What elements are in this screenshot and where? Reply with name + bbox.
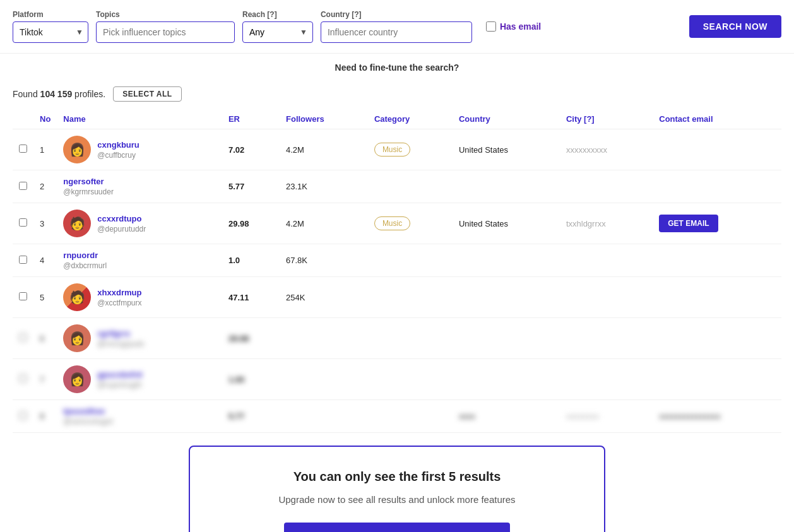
upgrade-title: You can only see the first 5 results bbox=[209, 470, 585, 484]
avatar: 🧑 bbox=[63, 283, 91, 311]
er-value: 47.11 bbox=[228, 293, 249, 302]
influencer-handle: @xemcxrtugrd bbox=[63, 417, 112, 426]
category-cell bbox=[368, 244, 453, 277]
email-cell bbox=[653, 129, 781, 170]
table-row: 7 👩 gpucxbxfrd @rupxrtrugth 1.00 bbox=[13, 359, 781, 400]
reach-label: Reach [?] bbox=[242, 10, 313, 19]
influencer-handle: @rupxrtrugth bbox=[97, 381, 142, 389]
name-text-group: rnpuordr @dxbcrrmurl bbox=[63, 251, 107, 270]
table-row: 8 tpuuxdhxe @xemcxrtugrd 5.77 xxxx xxxxx… bbox=[13, 400, 781, 433]
er-value: 1.0 bbox=[228, 256, 240, 265]
name-text-group: rgrtfgrrx @rmcxgrpudc bbox=[97, 329, 145, 348]
influencer-handle: @rmcxgrpudc bbox=[97, 340, 145, 348]
row-checkbox[interactable] bbox=[19, 218, 27, 227]
er-cell: 5.77 bbox=[222, 170, 280, 203]
email-cell bbox=[653, 277, 781, 318]
influencer-name: gpucxbxfrd bbox=[97, 370, 142, 379]
get-email-button[interactable]: GET EMAIL bbox=[659, 215, 718, 232]
table-row: 5 🧑 xhxxdrmup @xcctfmpurx 47.11 254K bbox=[13, 277, 781, 318]
row-checkbox[interactable] bbox=[19, 374, 27, 382]
city-cell bbox=[560, 318, 653, 359]
row-number: 4 bbox=[33, 244, 57, 277]
name-text-group: gpucxbxfrd @rupxrtrugth bbox=[97, 370, 142, 389]
category-cell bbox=[368, 277, 453, 318]
country-cell bbox=[453, 170, 560, 203]
er-cell: 7.02 bbox=[222, 129, 280, 170]
country-input[interactable] bbox=[321, 21, 472, 43]
name-group: tpuuxdhxe @xemcxrtugrd bbox=[63, 406, 216, 426]
row-checkbox-cell bbox=[13, 359, 33, 400]
followers-value: 4.2M bbox=[286, 219, 304, 228]
influencer-name: cxngkburu bbox=[97, 140, 139, 150]
fine-tune-bar: Need to fine-tune the search? bbox=[0, 54, 794, 81]
reach-select-arrow: ▼ bbox=[300, 28, 307, 37]
avatar: 👩 bbox=[63, 365, 91, 393]
row-number: 8 bbox=[33, 400, 57, 433]
col-no: No bbox=[33, 109, 57, 129]
category-cell bbox=[368, 359, 453, 400]
upgrade-overlay-container: You can only see the first 5 results Upg… bbox=[13, 433, 781, 532]
name-group: 🧑 ccxxrdtupo @depurutuddr bbox=[63, 210, 216, 237]
row-checkbox[interactable] bbox=[19, 333, 27, 341]
followers-cell: 23.1K bbox=[280, 170, 368, 203]
name-text-group: ccxxrdtupo @depurutuddr bbox=[97, 214, 146, 233]
country-cell: United States bbox=[453, 203, 560, 244]
er-cell: 47.11 bbox=[222, 277, 280, 318]
select-all-button[interactable]: SELECT ALL bbox=[113, 86, 182, 102]
reach-select[interactable]: Any bbox=[243, 22, 300, 42]
row-checkbox[interactable] bbox=[19, 145, 27, 153]
followers-cell bbox=[280, 318, 368, 359]
table-body: 1 👩 cxngkburu @cuffbcruy 7.02 4.2M Music… bbox=[13, 129, 781, 433]
col-city: City [?] bbox=[560, 109, 653, 129]
email-value: xxxxxxxxxxxxxxx bbox=[659, 411, 721, 421]
er-value: 29.98 bbox=[228, 219, 249, 228]
row-number: 1 bbox=[33, 129, 57, 170]
platform-label: Platform bbox=[13, 10, 88, 19]
row-checkbox[interactable] bbox=[19, 292, 27, 300]
row-number: 7 bbox=[33, 359, 57, 400]
name-group: 🧑 xhxxdrmup @xcctfmpurx bbox=[63, 283, 216, 311]
row-checkbox[interactable] bbox=[19, 256, 27, 264]
found-prefix: Found bbox=[13, 89, 40, 99]
country-cell bbox=[453, 359, 560, 400]
results-text: Found 104 159 profiles. bbox=[13, 89, 105, 99]
search-now-button[interactable]: SEARCH NOW bbox=[689, 15, 781, 38]
country-cell bbox=[453, 244, 560, 277]
upgrade-button[interactable]: UPGRADE NOW TO SEE ALL RESULTS bbox=[284, 523, 510, 532]
followers-cell bbox=[280, 359, 368, 400]
influencer-handle: @dxbcrrmurl bbox=[63, 261, 107, 270]
followers-cell: 4.2M bbox=[280, 129, 368, 170]
influencer-name: rnpuordr bbox=[63, 251, 107, 260]
col-contact: Contact email bbox=[653, 109, 781, 129]
avatar: 👩 bbox=[63, 324, 91, 352]
city-value: xxxxxxxx bbox=[566, 411, 599, 421]
name-cell: tpuuxdhxe @xemcxrtugrd bbox=[57, 400, 222, 433]
city-cell bbox=[560, 244, 653, 277]
has-email-checkbox[interactable] bbox=[486, 21, 496, 32]
table-row: 4 rnpuordr @dxbcrrmurl 1.0 67.8K bbox=[13, 244, 781, 277]
influencer-name: tpuuxdhxe bbox=[63, 406, 112, 416]
row-checkbox-cell bbox=[13, 277, 33, 318]
country-label: Country [?] bbox=[321, 10, 472, 19]
row-number: 6 bbox=[33, 318, 57, 359]
topics-input[interactable] bbox=[96, 21, 235, 43]
name-cell: 🧑 ccxxrdtupo @depurutuddr bbox=[57, 203, 222, 244]
name-cell: 👩 cxngkburu @cuffbcruy bbox=[57, 129, 222, 170]
city-value: xxxxxxxxxx bbox=[566, 145, 607, 155]
row-checkbox[interactable] bbox=[19, 411, 27, 420]
influencer-name: ccxxrdtupo bbox=[97, 214, 146, 223]
avatar: 🧑 bbox=[63, 210, 91, 237]
row-checkbox[interactable] bbox=[19, 182, 27, 190]
row-checkbox-cell bbox=[13, 203, 33, 244]
platform-select[interactable]: Tiktok bbox=[13, 21, 88, 43]
fine-tune-text: Need to fine-tune the search? bbox=[335, 62, 459, 73]
er-cell: 5.77 bbox=[222, 400, 280, 433]
email-cell bbox=[653, 170, 781, 203]
email-cell: xxxxxxxxxxxxxxx bbox=[653, 400, 781, 433]
table-header: No Name ER Followers Category Country Ci… bbox=[13, 109, 781, 129]
name-cell: 👩 gpucxbxfrd @rupxrtrugth bbox=[57, 359, 222, 400]
name-cell: rnpuordr @dxbcrrmurl bbox=[57, 244, 222, 277]
followers-cell: 4.2M bbox=[280, 203, 368, 244]
er-value: 7.02 bbox=[228, 145, 244, 155]
er-value: 1.00 bbox=[228, 375, 244, 384]
